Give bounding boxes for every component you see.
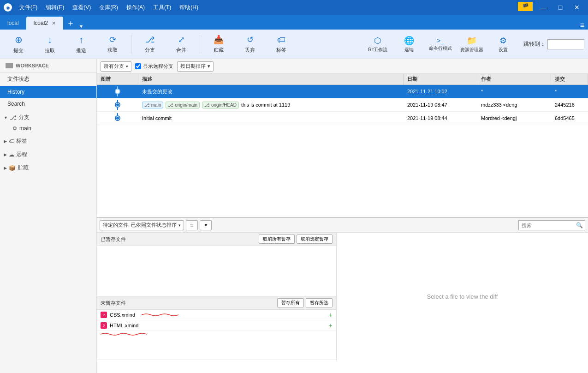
remotes-section[interactable]: ▶ ☁ 远程 xyxy=(0,147,96,160)
branch-filter-label: 所有分支 xyxy=(104,63,124,70)
show-remote-checkbox[interactable]: 显示远程分支 xyxy=(135,63,173,70)
discard-icon: ↺ xyxy=(247,35,254,45)
tab-local[interactable]: local xyxy=(0,17,26,30)
graph-cell-2 xyxy=(97,98,138,111)
branch-filter-dropdown[interactable]: 所有分支 ▾ xyxy=(101,61,131,72)
sidebar-item-search[interactable]: Search xyxy=(0,98,96,110)
diff-placeholder: Select a file to view the diff xyxy=(427,293,498,300)
menu-icon-button[interactable]: ≡ xyxy=(186,220,198,230)
sidebar: WORKSPACE 文件状态 History Search ▼ ⎇ 分支 mai… xyxy=(0,59,97,373)
svg-point-7 xyxy=(116,117,119,120)
explorer-button[interactable]: 📁 资源管理器 xyxy=(457,31,487,57)
settings-button[interactable]: ⚙ 设置 xyxy=(488,31,518,57)
current-branch-dot xyxy=(13,126,17,130)
settings-icon: ⚙ xyxy=(499,36,507,46)
cancel-selected-stash-button[interactable]: 取消选定暂存 xyxy=(297,235,333,244)
stash-panel: 已暂存文件 取消所有暂存 取消选定暂存 未暂存文件 xyxy=(97,233,337,360)
tab-lcoal2[interactable]: lcoal2 ✕ xyxy=(26,17,63,30)
col-date: 日期 xyxy=(404,74,477,84)
content-area: 所有分支 ▾ 显示远程分支 按日期排序 ▾ 图谱 描述 日期 作者 提交 xyxy=(97,59,588,373)
branch-main[interactable]: main xyxy=(0,123,96,133)
menu-help[interactable]: 帮助(H) xyxy=(176,3,202,12)
sort-dropdown[interactable]: 按日期排序 ▾ xyxy=(177,61,214,72)
stashed-header: 已暂存文件 取消所有暂存 取消选定暂存 xyxy=(97,233,336,246)
menu-view[interactable]: 查看(V) xyxy=(69,3,95,12)
title-bar: 文件(F) 编辑(E) 查看(V) 仓库(R) 操作(A) 工具(T) 帮助(H… xyxy=(0,0,588,15)
tab-chevron-icon[interactable]: ▾ xyxy=(78,23,84,30)
terminal-button[interactable]: >_ 命令行模式 xyxy=(426,31,455,57)
red-squiggle-html xyxy=(101,332,147,336)
git-flow-button[interactable]: ⬡ Git工作流 xyxy=(363,31,392,57)
graph-svg-3 xyxy=(111,113,125,123)
branch-button[interactable]: ⎇ 分支 xyxy=(135,31,165,57)
tag-origin-head: ⎇ origin/HEAD xyxy=(202,102,239,108)
tab-lcoal2-label: lcoal2 xyxy=(34,20,48,26)
tag-button[interactable]: 🏷 标签 xyxy=(267,31,296,57)
menu-edit[interactable]: 编辑(E) xyxy=(42,3,68,12)
commit-table: 图谱 描述 日期 作者 提交 未提交的更改 2021-11-21 10:02 xyxy=(97,74,588,217)
remote-icon: 🌐 xyxy=(404,36,414,46)
branch-label: 分支 xyxy=(145,47,155,54)
explorer-label: 资源管理器 xyxy=(460,47,483,53)
list-item[interactable]: ? CSS.xmind + xyxy=(97,310,336,320)
commit-button[interactable]: ⊕ 提交 xyxy=(4,31,33,57)
discard-button[interactable]: ↺ 丢弃 xyxy=(235,31,265,57)
tag-icon: 🏷 xyxy=(277,35,285,45)
remote-button[interactable]: 🌐 远端 xyxy=(394,31,424,57)
flag-icon: 🏴 xyxy=(518,2,533,11)
push-button[interactable]: ↑ 推送 xyxy=(66,31,96,57)
merge-button[interactable]: ⤢ 合并 xyxy=(166,31,196,57)
bottom-content: 已暂存文件 取消所有暂存 取消选定暂存 未暂存文件 xyxy=(97,233,588,360)
commit-row-2[interactable]: Initial commit 2021-11-19 08:44 Mordred … xyxy=(97,112,588,125)
terminal-icon: >_ xyxy=(437,37,444,44)
stash-selected-button[interactable]: 暂存所选 xyxy=(306,298,333,307)
jump-to-label: 跳转到： xyxy=(523,40,546,48)
search-input[interactable] xyxy=(519,222,574,229)
tags-section[interactable]: ▶ 🏷 标签 xyxy=(0,133,96,147)
menu-repo[interactable]: 仓库(R) xyxy=(95,3,122,12)
graph-cell-3 xyxy=(97,112,138,125)
unstashed-header: 未暂存文件 暂存所有 暂存所选 xyxy=(97,296,336,310)
menu-bar: 文件(F) 编辑(E) 查看(V) 仓库(R) 操作(A) 工具(T) 帮助(H… xyxy=(16,3,202,12)
jump-to-input[interactable] xyxy=(547,39,584,49)
date-cell-2: 2021-11-19 08:47 xyxy=(404,101,477,109)
commit-row-1[interactable]: ⎇ main ⎇ origin/main ⎇ origin/HEAD this … xyxy=(97,98,588,112)
remote-checkbox-input[interactable] xyxy=(135,63,141,69)
toolbar-sep1 xyxy=(131,35,131,54)
add-file-css-icon[interactable]: + xyxy=(329,311,333,319)
col-description: 描述 xyxy=(138,74,404,84)
sidebar-toggle-icon[interactable]: ≡ xyxy=(580,21,584,30)
sidebar-item-history[interactable]: History xyxy=(0,86,96,98)
maximize-button[interactable]: □ xyxy=(553,2,568,13)
add-file-html-icon[interactable]: + xyxy=(329,322,333,329)
stashes-section[interactable]: ▶ 📦 贮藏 xyxy=(0,160,96,174)
sort-chevron: ▾ xyxy=(208,63,210,69)
list-item[interactable]: ? HTML.xmind + xyxy=(97,320,336,331)
sidebar-item-file-status[interactable]: 文件状态 xyxy=(0,72,96,86)
stash-all-button[interactable]: 暂存所有 xyxy=(277,298,304,307)
pull-icon: ↓ xyxy=(48,35,52,45)
chevron-right-icon: ▶ xyxy=(4,139,7,144)
pull-button[interactable]: ↓ 拉取 xyxy=(35,31,65,57)
author-cell-2: mdzz333 <deng xyxy=(477,101,551,109)
stash-button[interactable]: 📥 贮藏 xyxy=(204,31,233,57)
menu-tools[interactable]: 工具(T) xyxy=(149,3,175,12)
chevron-icon-button[interactable]: ▾ xyxy=(200,220,212,230)
minimize-button[interactable]: — xyxy=(536,2,551,13)
tab-close-icon[interactable]: ✕ xyxy=(52,20,56,26)
commit-row-uncommitted[interactable]: 未提交的更改 2021-11-21 10:02 * * xyxy=(97,85,588,98)
terminal-label: 命令行模式 xyxy=(429,45,452,52)
tag-label: 标签 xyxy=(276,47,286,54)
show-remote-label: 显示远程分支 xyxy=(143,63,173,70)
search-label: Search xyxy=(7,101,25,107)
fetch-button[interactable]: ⟳ 获取 xyxy=(98,31,127,57)
filter-dropdown[interactable]: 待定的文件, 已依照文件状态排序 ▾ xyxy=(100,220,184,230)
menu-actions[interactable]: 操作(A) xyxy=(123,3,148,12)
diff-panel: Select a file to view the diff xyxy=(337,233,588,360)
new-tab-button[interactable]: ＋ xyxy=(63,17,78,30)
close-button[interactable]: ✕ xyxy=(570,2,584,13)
cancel-all-stash-button[interactable]: 取消所有暂存 xyxy=(259,235,295,244)
bottom-toolbar: 待定的文件, 已依照文件状态排序 ▾ ≡ ▾ 🔍 xyxy=(97,218,588,233)
branches-section[interactable]: ▼ ⎇ 分支 xyxy=(0,110,96,123)
menu-file[interactable]: 文件(F) xyxy=(16,3,41,12)
